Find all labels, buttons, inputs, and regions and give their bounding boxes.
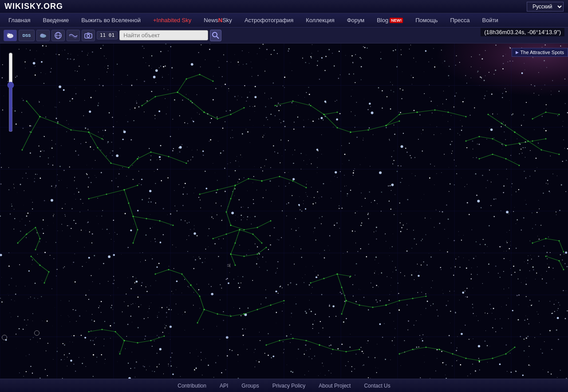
logo: WIKISKY.ORG: [4, 2, 63, 11]
globe-btn[interactable]: [51, 30, 65, 41]
wave-btn[interactable]: [67, 30, 80, 41]
toolbar: DSS 11 01 (18h36m03.24s, -06°14'13.9"): [0, 27, 568, 43]
crosshair-2: [2, 335, 7, 340]
search-button[interactable]: [210, 30, 221, 41]
footer-about[interactable]: About Project: [319, 383, 351, 389]
svg-point-1: [7, 33, 10, 36]
nav-news[interactable]: NewsNSky: [197, 13, 238, 27]
svg-point-4: [40, 34, 44, 36]
svg-point-2: [8, 34, 8, 35]
constellation-layer: [0, 43, 568, 379]
svg-point-9: [87, 35, 90, 37]
zoom-slider-container: [9, 52, 12, 132]
nav-home[interactable]: Главная: [2, 13, 36, 27]
nav-intro[interactable]: Введение: [36, 13, 75, 27]
attractive-spots-button[interactable]: The Attractive Spots: [512, 48, 568, 57]
footer-contact[interactable]: Contact Us: [364, 383, 390, 389]
time-display: 11 01: [97, 31, 118, 39]
bird-icon-btn[interactable]: [4, 30, 17, 41]
nav-inhabited[interactable]: Inhabited Sky: [147, 13, 197, 27]
logo-wiki: WIKISKY: [4, 2, 41, 11]
top-bar: WIKISKY.ORG Русский English Deutsch: [0, 0, 568, 13]
svg-line-11: [217, 36, 219, 39]
nav-blog[interactable]: BlogNEW!: [371, 13, 409, 27]
svg-point-10: [213, 32, 217, 37]
nav-collection[interactable]: Коллекция: [300, 13, 340, 27]
camera-btn[interactable]: [82, 30, 95, 41]
coordinates-display: (18h36m03.24s, -06°14'13.9"): [481, 28, 564, 36]
logo-org: .ORG: [41, 2, 63, 11]
language-select[interactable]: Русский English Deutsch: [527, 2, 564, 12]
nav-press[interactable]: Пресса: [444, 13, 476, 27]
footer: Contribution API Groups Privacy Policy A…: [0, 379, 568, 392]
footer-groups[interactable]: Groups: [241, 383, 259, 389]
sky-map[interactable]: The Attractive Spots: [0, 43, 568, 379]
crosshair-1: [34, 330, 39, 336]
footer-privacy[interactable]: Privacy Policy: [272, 383, 306, 389]
nav-bar: Главная Введение Выжить во Вселенной Inh…: [0, 13, 568, 27]
nav-login[interactable]: Войти: [476, 13, 505, 27]
search-input[interactable]: [119, 30, 208, 40]
cloud-btn[interactable]: [36, 30, 50, 41]
footer-contribution[interactable]: Contribution: [178, 383, 206, 389]
nav-help[interactable]: Помощь: [409, 13, 444, 27]
nav-forum[interactable]: Форум: [341, 13, 371, 27]
nav-astrophoto[interactable]: Астрофотография: [238, 13, 300, 27]
nav-survive[interactable]: Выжить во Вселенной: [75, 13, 147, 27]
dss-btn[interactable]: DSS: [19, 30, 35, 41]
zoom-slider[interactable]: [9, 52, 12, 132]
footer-api[interactable]: API: [220, 383, 228, 389]
